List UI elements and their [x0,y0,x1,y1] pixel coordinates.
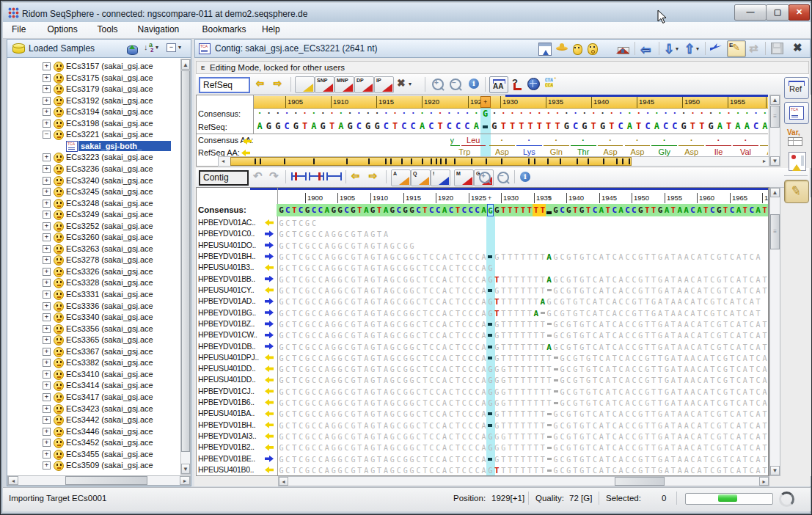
expand-expander-icon[interactable]: + [43,302,51,310]
previous-difference-icon[interactable]: ⇦ [256,78,264,89]
info-icon[interactable]: i [469,78,479,89]
tree-item[interactable]: +ECs3452 (sakai_gsj.ace [7,437,180,448]
tree-item[interactable]: +ECs3340 (sakai_gsj.ace [7,312,180,323]
refseq-vertical-scrollbar[interactable]: ▲ ≡ ▼ [769,95,780,167]
expand-expander-icon[interactable]: + [43,62,51,70]
expand-expander-icon[interactable]: + [43,268,51,276]
previous-tag-icon[interactable]: ⇦ [351,170,359,181]
undo-icon[interactable]: ↶ [253,169,263,183]
tree-item[interactable]: +ECs3331 (sakai_gsj.ace [7,289,180,300]
remove-marking-icon[interactable]: ✖ ▾ [397,77,419,90]
title-bar[interactable]: Ridom SeqSphere - connected: ngscompare-… [3,3,811,23]
tree-item[interactable]: −ECs3221 (sakai_gsj.ace [7,129,180,140]
menu-item-help[interactable]: Help [262,24,280,34]
expand-expander-icon[interactable]: + [43,256,51,264]
expand-expander-icon[interactable]: + [43,416,51,424]
tree-item[interactable]: +ECs3248 (sakai_gsj.ace [7,198,180,209]
zoom-out-icon[interactable]: − [450,78,461,90]
contig-vertical-scrollbar[interactable]: ▲ ≡ ▼ [769,187,780,476]
tree-item[interactable]: +ECs3194 (sakai_gsj.ace [7,106,180,117]
menu-item-navigation[interactable]: Navigation [138,24,180,34]
expand-expander-icon[interactable]: + [43,211,51,219]
tree-item[interactable]: +ECs3179 (sakai_gsj.ace [7,84,180,95]
dp-pencil-button[interactable]: DP [354,76,374,93]
refseq-button[interactable]: RefSeq [199,77,250,93]
tca-view-button[interactable]: TCA [784,102,809,124]
aa-view-button[interactable]: AA [489,76,508,93]
expand-expander-icon[interactable]: + [43,370,51,379]
contig-horizontal-scrollbar[interactable]: ◂ ▸ [278,476,769,486]
expand-expander-icon[interactable]: + [43,279,51,287]
trim-range-icon[interactable] [326,172,342,180]
expand-expander-icon[interactable]: + [43,85,51,93]
expand-expander-icon[interactable]: + [43,97,51,105]
next-tag-icon[interactable]: ⇨ [369,170,377,181]
expand-expander-icon[interactable]: + [43,233,51,241]
celebrating-smiley-icon[interactable] [572,42,582,54]
menu-item-bookmarks[interactable]: Bookmarks [202,24,246,34]
ref-view-button[interactable]: Ref [784,77,809,99]
expand-expander-icon[interactable]: + [43,200,51,208]
mark-pencil-button[interactable] [295,76,315,93]
redo-icon[interactable]: ↷ [269,169,279,183]
navigate-back-icon[interactable]: ⇦ [640,42,651,57]
tree-item[interactable]: +ECs3423 (sakai_gsj.ace [7,403,180,414]
tree-item[interactable]: +ECs3455 (sakai_gsj.ace [7,449,180,460]
minimize-button[interactable]: — [734,4,767,21]
expand-expander-icon[interactable]: + [43,325,51,333]
expand-expander-icon[interactable]: + [43,313,51,321]
tree-item[interactable]: +ECs3365 (sakai_gsj.ace [7,335,180,346]
a-tag-pencil-button[interactable]: A [391,169,411,186]
contig-button[interactable]: Contig [199,170,249,186]
variants-icon[interactable]: Var, [787,128,808,147]
restore-button[interactable]: ▢ [766,4,789,21]
contig-zoom-in-icon[interactable]: + [479,172,491,183]
trim-end-icon[interactable] [309,172,324,180]
tree-item[interactable]: +ECs3252 (sakai_gsj.ace [7,221,180,232]
expand-expander-icon[interactable]: + [43,439,51,447]
edit-pencil-button[interactable]: ✎ [784,180,809,203]
tree-item[interactable]: +ECs3356 (sakai_gsj.ace [7,324,180,335]
expand-expander-icon[interactable]: + [43,291,51,299]
next-difference-icon[interactable]: ⇨ [274,78,282,89]
expand-expander-icon[interactable]: + [43,165,51,173]
tree-item[interactable]: +ECs3414 (sakai_gsj.ace [7,380,180,391]
expand-expander-icon[interactable]: + [43,120,51,128]
expand-expander-icon[interactable]: + [43,381,51,390]
tree-item[interactable]: +ECs3382 (sakai_gsj.ace [7,357,180,368]
tree-item[interactable]: +ECs3367 (sakai_gsj.ace [7,346,180,357]
expand-expander-icon[interactable]: + [43,153,51,161]
tree-item[interactable]: +ECs3509 (sakai_gsj.ace [7,460,180,471]
refresh-icon[interactable]: ⇄ [749,42,758,55]
tree-item[interactable]: +ECs3260 (sakai_gsj.ace [7,232,180,243]
expand-expander-icon[interactable]: + [43,188,51,196]
home-icon[interactable] [617,42,630,54]
tree-item[interactable]: +ECs3410 (sakai_gsj.ace [7,369,180,380]
m-tag-pencil-button[interactable]: M [454,169,474,186]
tree-item-selected[interactable]: TCAsakai_gsj-both_ [7,141,180,152]
expand-expander-icon[interactable]: + [43,177,51,185]
sort-icon[interactable]: ↓ a z ▾ [144,42,161,54]
exclamation-tag-pencil-button[interactable]: ! [431,169,450,186]
report-image-icon[interactable] [789,152,806,171]
tree-item[interactable]: +ECs3240 (sakai_gsj.ace [7,175,180,186]
navigate-up-caret[interactable]: ▾ [696,45,699,52]
expand-expander-icon[interactable]: + [43,348,51,356]
tree-item[interactable]: +ECs3263 (sakai_gsj.ace [7,244,180,255]
tree-item[interactable]: +ECs3223 (sakai_gsj.ace [7,152,180,163]
expand-expander-icon[interactable]: + [43,405,51,413]
expand-expander-icon[interactable]: + [43,245,51,253]
expand-expander-icon[interactable]: + [43,108,51,116]
mnp-pencil-button[interactable]: MNP [334,76,354,93]
navigate-down-caret[interactable]: ▾ [676,45,679,52]
collapse-all-icon[interactable]: − ▾ [167,43,186,54]
contig-info-icon[interactable]: i [520,172,530,182]
tree-item[interactable]: +ECs3245 (sakai_gsj.ace [7,186,180,197]
navigate-up-icon[interactable]: ⇧ [684,41,695,56]
expand-expander-icon[interactable]: + [43,461,51,470]
q-tag-pencil-button[interactable]: Q [411,169,431,186]
expand-expander-icon[interactable]: + [43,428,51,436]
expand-expander-icon[interactable]: + [43,336,51,344]
collapse-expander-icon[interactable]: − [43,131,51,139]
expand-expander-icon[interactable]: + [43,222,51,230]
